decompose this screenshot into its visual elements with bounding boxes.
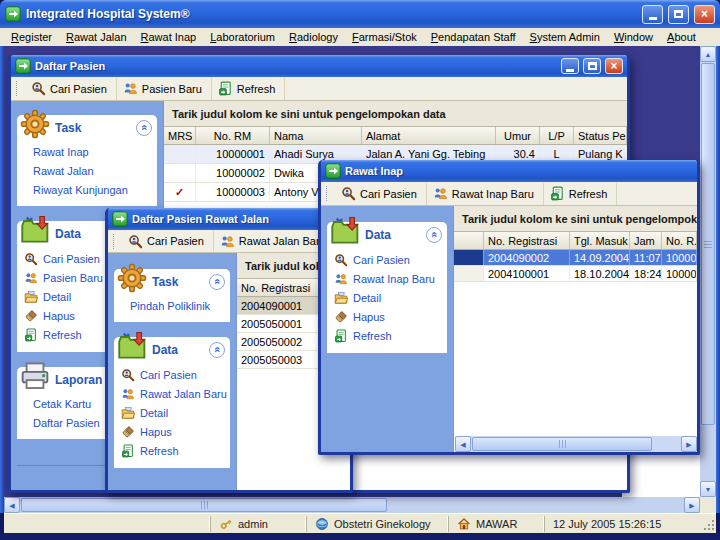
column-header-nama[interactable]: Nama: [270, 127, 362, 144]
data-panel: Data Cari Pasien Rawat Jalan Baru Detail…: [114, 337, 230, 468]
scroll-left-button[interactable]: [4, 497, 20, 513]
link-label: Rawat Jalan Baru: [140, 388, 227, 400]
group-by-hint[interactable]: Tarik judul kolom ke sini untuk pengelom…: [164, 101, 627, 127]
sidebar-item-detail[interactable]: Detail: [334, 291, 443, 305]
eraser-icon: [24, 309, 38, 323]
sidebar-item-riwayat-kunjungan[interactable]: Riwayat Kunjungan: [33, 184, 153, 196]
button-label: Refresh: [569, 188, 608, 200]
mdi-vertical-scrollbar: [700, 46, 716, 497]
refresh-document-icon: [550, 186, 565, 201]
sidebar-item-cari-pasien[interactable]: Cari Pasien: [121, 368, 226, 382]
column-header-status[interactable]: Status Pe: [574, 127, 627, 144]
scroll-down-button[interactable]: [700, 481, 716, 497]
minimize-button[interactable]: [642, 5, 663, 24]
refresh-button[interactable]: Refresh: [544, 183, 618, 205]
toolbar-grip[interactable]: [16, 81, 21, 96]
sidebar-item-pindah-poliklinik[interactable]: Pindah Poliklinik: [130, 300, 226, 312]
menu-register[interactable]: Register: [4, 30, 59, 44]
minimize-icon: [649, 17, 657, 20]
rawat-inap-titlebar[interactable]: Rawat Inap: [321, 160, 697, 182]
column-header-no-registrasi[interactable]: No. Registrasi: [484, 232, 570, 249]
scroll-left-button[interactable]: [455, 436, 471, 452]
menu-rawat-inap[interactable]: Rawat Inap: [134, 30, 204, 44]
people-icon: [220, 234, 235, 249]
menu-radiology[interactable]: Radiology: [282, 30, 345, 44]
chevron-up-icon[interactable]: [209, 274, 225, 290]
menu-about[interactable]: About: [660, 30, 703, 44]
close-button[interactable]: ×: [605, 58, 623, 74]
scrollbar-thumb[interactable]: [472, 437, 652, 451]
column-header-umur[interactable]: Umur: [496, 127, 540, 144]
app-title: Integrated Hospital System®: [26, 7, 637, 21]
pasien-baru-button[interactable]: Pasien Baru: [117, 78, 212, 100]
maximize-button[interactable]: [583, 58, 601, 74]
search-person-icon: [24, 252, 38, 266]
resize-grip[interactable]: [702, 516, 716, 532]
sidebar-item-refresh[interactable]: Refresh: [121, 444, 226, 458]
column-header-no-r[interactable]: No. R.: [662, 232, 697, 249]
task-panel-header[interactable]: Task: [114, 269, 230, 294]
column-header-no-registrasi[interactable]: No. Registrasi: [237, 279, 329, 296]
rawat-inap-baru-button[interactable]: Rawat Inap Baru: [427, 183, 544, 205]
column-header-indicator[interactable]: [454, 232, 484, 249]
column-header-tgl-masuk[interactable]: Tgl. Masuk: [570, 232, 630, 249]
rawat-jalan-titlebar[interactable]: Daftar Pasien Rawat Jalan: [108, 208, 350, 230]
group-by-hint[interactable]: Tarik judul kolom ke sini untuk pengelom…: [454, 206, 697, 232]
column-header-lp[interactable]: L/P: [540, 127, 574, 144]
sidebar-item-detail[interactable]: Detail: [121, 406, 226, 420]
sidebar-item-hapus[interactable]: Hapus: [121, 425, 226, 439]
scrollbar-thumb[interactable]: [21, 498, 387, 512]
daftar-pasien-titlebar[interactable]: Daftar Pasien ×: [11, 55, 627, 77]
chevron-up-icon[interactable]: [209, 342, 225, 358]
close-button[interactable]: ×: [694, 5, 715, 24]
grid-header-row: No. Registrasi Tgl. Masuk Jam No. R.: [454, 232, 697, 250]
scroll-right-button[interactable]: [684, 497, 700, 513]
sidebar-item-hapus[interactable]: Hapus: [334, 310, 443, 324]
data-panel-header[interactable]: Data: [114, 337, 230, 362]
sidebar-item-rawat-jalan-baru[interactable]: Rawat Jalan Baru: [121, 387, 226, 401]
column-header-no-rm[interactable]: No. RM: [196, 127, 270, 144]
menu-laboratorium[interactable]: Laboratorium: [203, 30, 282, 44]
refresh-button[interactable]: Refresh: [212, 78, 286, 100]
link-label: Hapus: [43, 310, 75, 322]
sidebar-item-rawat-inap[interactable]: Rawat Inap: [33, 146, 153, 158]
menu-window[interactable]: Window: [607, 30, 660, 44]
sidebar-item-rawat-jalan[interactable]: Rawat Jalan: [33, 165, 153, 177]
scroll-up-button[interactable]: [700, 46, 716, 62]
maximize-button[interactable]: [668, 5, 689, 24]
no-registrasi-cell: 2005050003: [237, 351, 329, 368]
scroll-right-button[interactable]: [681, 436, 697, 452]
rawat-inap-toolbar: Cari Pasien Rawat Inap Baru Refresh: [321, 182, 697, 206]
sidebar-item-rawat-inap-baru[interactable]: Rawat Inap Baru: [334, 272, 443, 286]
no-r-cell: 10000: [662, 250, 697, 265]
scrollbar-thumb[interactable]: [701, 63, 715, 425]
table-row[interactable]: 2004100001 18.10.2004 18:24 10000: [454, 266, 697, 282]
table-row-selected[interactable]: 2004090002 14.09.2004 11:07 10000: [454, 250, 697, 266]
toolbar-grip[interactable]: [326, 186, 331, 201]
chevron-up-icon[interactable]: [426, 227, 442, 243]
column-header-alamat[interactable]: Alamat: [362, 127, 496, 144]
window-frame-bottom: [0, 533, 720, 540]
refresh-document-icon: [334, 329, 348, 343]
cari-pasien-button[interactable]: Cari Pasien: [122, 230, 214, 252]
search-person-icon: [121, 368, 135, 382]
sidebar-item-refresh[interactable]: Refresh: [334, 329, 443, 343]
cari-pasien-button[interactable]: Cari Pasien: [25, 78, 117, 100]
chevron-up-icon[interactable]: [136, 120, 152, 136]
mrs-cell: [164, 164, 196, 182]
minimize-button[interactable]: [561, 58, 579, 74]
no-rm-cell: 10000001: [196, 145, 270, 163]
task-panel-header[interactable]: Task: [17, 115, 157, 140]
menu-system-admin[interactable]: System Admin: [523, 30, 607, 44]
column-header-mrs[interactable]: MRS: [164, 127, 196, 144]
menu-pendapatan-staff[interactable]: Pendapatan Staff: [424, 30, 523, 44]
column-header-jam[interactable]: Jam: [630, 232, 662, 249]
cari-pasien-button[interactable]: Cari Pasien: [335, 183, 427, 205]
data-folder-icon: [330, 216, 360, 246]
menu-rawat-jalan[interactable]: Rawat Jalan: [59, 30, 134, 44]
menu-farmasi-stok[interactable]: Farmasi/Stok: [345, 30, 424, 44]
toolbar-grip[interactable]: [113, 234, 118, 249]
maximize-icon: [674, 10, 683, 18]
data-panel-header[interactable]: Data: [327, 222, 447, 247]
sidebar-item-cari-pasien[interactable]: Cari Pasien: [334, 253, 443, 267]
